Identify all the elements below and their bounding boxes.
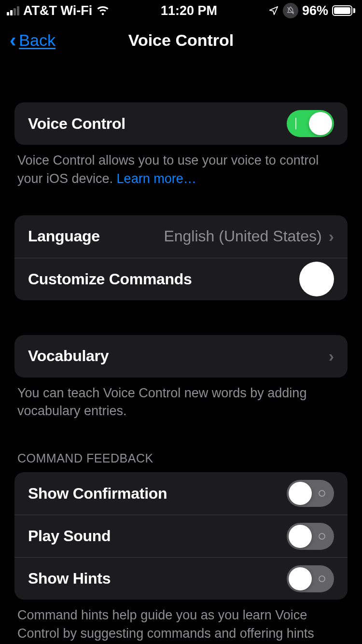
nav-bar: ‹ Back Voice Control (0, 21, 362, 59)
learn-more-link[interactable]: Learn more… (117, 171, 196, 186)
show-confirmation-label: Show Confirmation (28, 485, 287, 503)
command-feedback-header: COMMAND FEEDBACK (14, 451, 348, 472)
voice-control-row[interactable]: Voice Control (14, 102, 348, 145)
show-confirmation-row[interactable]: Show Confirmation (14, 472, 348, 515)
language-value: English (United States) (164, 227, 321, 245)
vocabulary-group: Vocabulary › (14, 335, 348, 378)
command-feedback-footer: Command hints help guide you as you lear… (14, 600, 348, 644)
show-hints-row[interactable]: Show Hints (14, 557, 348, 600)
chevron-right-icon: › (329, 227, 334, 246)
vocabulary-row[interactable]: Vocabulary › (14, 335, 348, 378)
command-feedback-group: Show Confirmation Play Sound Show Hints (14, 472, 348, 600)
language-row[interactable]: Language English (United States) › (14, 215, 348, 258)
carrier-label: AT&T Wi-Fi (23, 3, 92, 18)
location-icon (268, 5, 279, 16)
play-sound-row[interactable]: Play Sound (14, 515, 348, 557)
status-left: AT&T Wi-Fi (7, 3, 110, 18)
voice-control-toggle[interactable] (287, 110, 334, 137)
customize-commands-row[interactable]: Customize Commands (14, 258, 348, 300)
mute-icon (283, 3, 298, 18)
show-hints-label: Show Hints (28, 570, 287, 588)
voice-control-footer: Voice Control allows you to use your voi… (14, 145, 348, 188)
show-hints-toggle[interactable] (287, 565, 334, 592)
cellular-signal-icon (7, 6, 19, 15)
wifi-icon (96, 5, 110, 16)
status-time: 11:20 PM (110, 3, 268, 18)
status-bar: AT&T Wi-Fi 11:20 PM 96% (0, 0, 362, 21)
status-right: 96% (268, 3, 355, 18)
back-button[interactable]: ‹ Back (10, 30, 56, 50)
play-sound-label: Play Sound (28, 527, 287, 545)
back-label: Back (19, 31, 56, 50)
play-sound-toggle[interactable] (287, 523, 334, 550)
voice-control-label: Voice Control (28, 115, 287, 133)
chevron-right-icon: › (329, 347, 334, 365)
battery-percentage: 96% (302, 3, 328, 18)
customize-commands-label: Customize Commands (28, 270, 299, 288)
vocabulary-label: Vocabulary (28, 347, 329, 365)
language-label: Language (28, 227, 164, 245)
battery-icon (332, 5, 355, 16)
show-confirmation-toggle[interactable] (287, 480, 334, 507)
loading-indicator-icon (299, 262, 334, 296)
language-group: Language English (United States) › Custo… (14, 215, 348, 300)
vocabulary-footer: You can teach Voice Control new words by… (14, 378, 348, 421)
chevron-left-icon: ‹ (10, 30, 16, 50)
voice-control-group: Voice Control (14, 102, 348, 145)
